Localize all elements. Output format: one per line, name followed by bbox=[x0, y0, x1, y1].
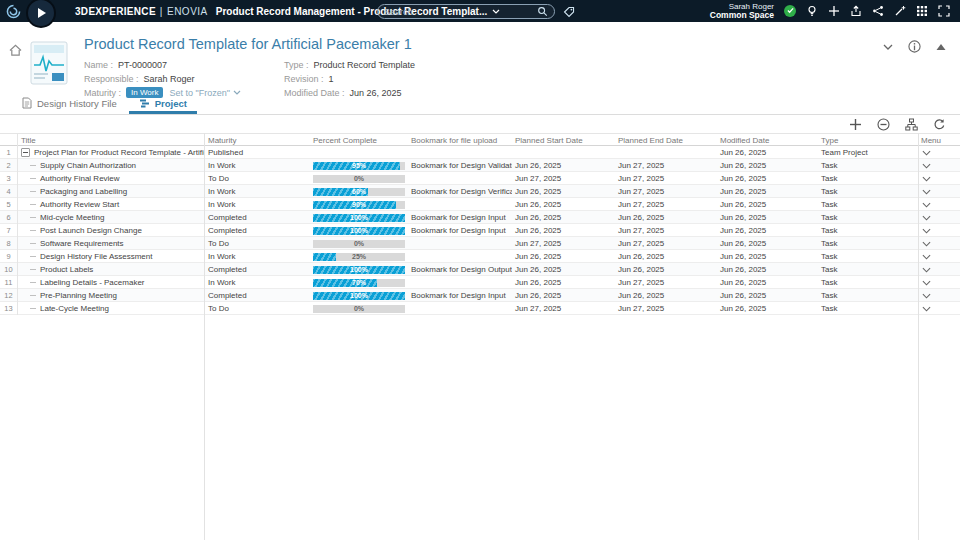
progress-bar: 90% bbox=[313, 201, 405, 209]
planned-start-cell: Jun 26, 2025 bbox=[512, 187, 615, 196]
tree-dash-icon bbox=[30, 178, 36, 179]
add-row-icon[interactable] bbox=[849, 118, 862, 131]
modified-date-cell: Jun 26, 2025 bbox=[717, 291, 818, 300]
chevron-down-icon bbox=[233, 90, 241, 95]
col-percent-complete[interactable]: Percent Complete bbox=[310, 136, 408, 145]
title-cell: Pre-Planning Meeting bbox=[18, 291, 205, 300]
row-menu-chevron-icon[interactable] bbox=[922, 189, 931, 195]
row-menu-chevron-icon[interactable] bbox=[922, 163, 931, 169]
task-title: Labeling Details - Pacemaker bbox=[40, 278, 145, 287]
table-row[interactable]: 12 Pre-Planning Meeting Completed 100% B… bbox=[0, 289, 960, 302]
modified-date-cell: Jun 26, 2025 bbox=[717, 213, 818, 222]
refresh-icon[interactable] bbox=[933, 118, 946, 131]
progress-label: 0% bbox=[313, 240, 405, 248]
tree-dash-icon bbox=[30, 204, 36, 205]
collapse-header-icon[interactable] bbox=[936, 43, 946, 51]
menu-cell bbox=[918, 150, 960, 156]
share-icon[interactable] bbox=[850, 5, 862, 17]
task-title: Design History File Assessment bbox=[40, 252, 152, 261]
row-number: 3 bbox=[0, 172, 18, 185]
table-row[interactable]: 10 Product Labels Completed 100% Bookmar… bbox=[0, 263, 960, 276]
table-row[interactable]: 8 Software Requirements To Do 0% Jun 27,… bbox=[0, 237, 960, 250]
row-menu-chevron-icon[interactable] bbox=[922, 267, 931, 273]
type-cell: Task bbox=[818, 200, 918, 209]
type-label: Type bbox=[284, 60, 314, 70]
row-menu-chevron-icon[interactable] bbox=[922, 176, 931, 182]
header-chevron-down-icon[interactable] bbox=[883, 44, 893, 50]
bookmark-cell: Bookmark for Design Verification bbox=[408, 187, 512, 196]
modified-date-cell: Jun 26, 2025 bbox=[717, 200, 818, 209]
table-row[interactable]: 13 Late-Cycle Meeting To Do 0% Jun 27, 2… bbox=[0, 302, 960, 315]
row-menu-chevron-icon[interactable] bbox=[922, 150, 931, 156]
remove-row-icon[interactable] bbox=[877, 118, 890, 131]
table-row[interactable]: 1 Project Plan for Product Record Templa… bbox=[0, 146, 960, 159]
percent-cell: 25% bbox=[310, 253, 408, 261]
magic-wand-icon[interactable] bbox=[894, 5, 906, 17]
col-planned-start[interactable]: Planned Start Date bbox=[512, 136, 615, 145]
planned-end-cell: Jun 27, 2025 bbox=[615, 239, 717, 248]
title-cell: Authority Final Review bbox=[18, 174, 205, 183]
row-menu-chevron-icon[interactable] bbox=[922, 293, 931, 299]
modified-date-cell: Jun 26, 2025 bbox=[717, 239, 818, 248]
online-status-badge[interactable] bbox=[784, 5, 796, 17]
apps-grid-icon[interactable] bbox=[916, 5, 928, 17]
table-row[interactable]: 9 Design History File Assessment In Work… bbox=[0, 250, 960, 263]
page-title: Product Record Template for Artificial P… bbox=[84, 36, 412, 52]
row-number: 7 bbox=[0, 224, 18, 237]
col-title[interactable]: Title bbox=[18, 136, 205, 145]
table-row[interactable]: 11 Labeling Details - Pacemaker In Work … bbox=[0, 276, 960, 289]
col-bookmark[interactable]: Bookmark for file upload bbox=[408, 136, 512, 145]
planned-end-cell: Jun 27, 2025 bbox=[615, 278, 717, 287]
info-icon[interactable] bbox=[908, 40, 921, 53]
menu-cell bbox=[918, 163, 960, 169]
table-row[interactable]: 6 Mid-cycle Meeting Completed 100% Bookm… bbox=[0, 211, 960, 224]
maturity-action-link[interactable]: Set to "Frozen" bbox=[169, 88, 240, 98]
user-menu[interactable]: Sarah Roger Common Space bbox=[710, 2, 774, 21]
col-type[interactable]: Type bbox=[818, 136, 918, 145]
table-header-row: Title Maturity Percent Complete Bookmark… bbox=[0, 133, 960, 146]
planned-start-cell: Jun 26, 2025 bbox=[512, 291, 615, 300]
maturity-cell: In Work bbox=[205, 187, 310, 196]
maturity-cell: In Work bbox=[205, 252, 310, 261]
tag-icon[interactable] bbox=[563, 6, 575, 18]
3ds-logo-icon[interactable] bbox=[6, 4, 21, 19]
type-cell: Team Project bbox=[818, 148, 918, 157]
planned-end-cell: Jun 27, 2025 bbox=[615, 161, 717, 170]
table-row[interactable]: 5 Authority Review Start In Work 90% Jun… bbox=[0, 198, 960, 211]
col-menu[interactable]: Menu bbox=[918, 136, 960, 145]
modified-date-cell: Jun 26, 2025 bbox=[717, 161, 818, 170]
col-planned-end[interactable]: Planned End Date bbox=[615, 136, 717, 145]
assistant-lightbulb-icon[interactable] bbox=[806, 5, 818, 17]
row-menu-chevron-icon[interactable] bbox=[922, 306, 931, 312]
progress-label: 0% bbox=[313, 175, 405, 183]
col-modified-date[interactable]: Modified Date bbox=[717, 136, 818, 145]
home-icon[interactable] bbox=[9, 42, 22, 60]
row-menu-chevron-icon[interactable] bbox=[922, 215, 931, 221]
search-box[interactable] bbox=[377, 4, 555, 19]
table-row[interactable]: 3 Authority Final Review To Do 0% Jun 27… bbox=[0, 172, 960, 185]
table-toolbar bbox=[0, 115, 960, 133]
maturity-cell: Completed bbox=[205, 265, 310, 274]
row-menu-chevron-icon[interactable] bbox=[922, 202, 931, 208]
fullscreen-icon[interactable] bbox=[938, 5, 950, 17]
table-row[interactable]: 7 Post Launch Design Change Completed 10… bbox=[0, 224, 960, 237]
row-menu-chevron-icon[interactable] bbox=[922, 228, 931, 234]
menu-cell bbox=[918, 254, 960, 260]
hierarchy-view-icon[interactable] bbox=[905, 118, 918, 131]
revision-label: Revision bbox=[284, 74, 329, 84]
title-cell: Labeling Details - Pacemaker bbox=[18, 278, 205, 287]
row-menu-chevron-icon[interactable] bbox=[922, 241, 931, 247]
table-row[interactable]: 2 Supply Chain Authorization In Work 95%… bbox=[0, 159, 960, 172]
progress-label: 100% bbox=[313, 214, 405, 222]
search-icon[interactable] bbox=[537, 6, 548, 17]
add-icon[interactable] bbox=[828, 5, 840, 17]
play-glyph-icon bbox=[38, 8, 46, 18]
row-menu-chevron-icon[interactable] bbox=[922, 254, 931, 260]
search-input[interactable] bbox=[384, 7, 537, 17]
planned-end-cell: Jun 27, 2025 bbox=[615, 174, 717, 183]
row-menu-chevron-icon[interactable] bbox=[922, 280, 931, 286]
table-row[interactable]: 4 Packaging and Labelling In Work 60% Bo… bbox=[0, 185, 960, 198]
collaboration-share-nodes-icon[interactable] bbox=[872, 5, 884, 17]
col-maturity[interactable]: Maturity bbox=[205, 136, 310, 145]
expander-icon[interactable] bbox=[21, 148, 30, 157]
